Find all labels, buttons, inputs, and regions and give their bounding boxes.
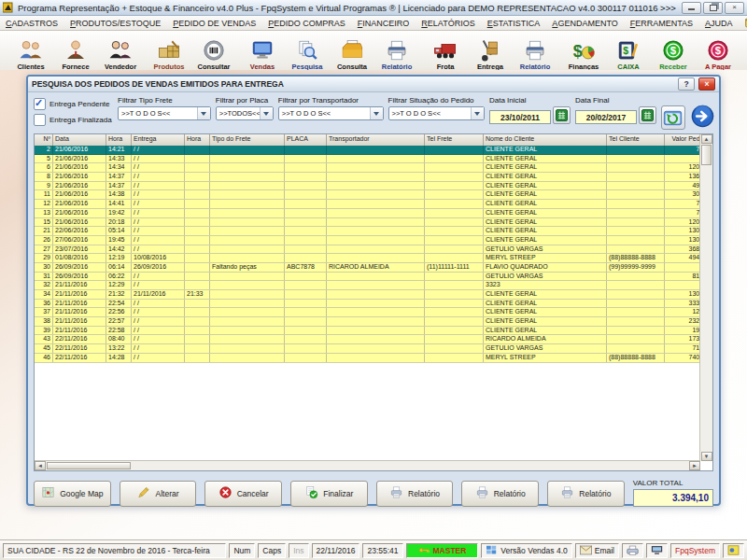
column-header[interactable]: Data <box>53 134 106 146</box>
table-row[interactable]: 2627/06/201619:45/ /CLIENTE GERAL130,00 <box>35 236 700 245</box>
toolbar-button-produtos[interactable]: Produtos <box>147 32 191 72</box>
dialog-help-button[interactable]: ? <box>678 77 695 91</box>
table-row[interactable]: 3126/09/201606:22/ /GETULIO VARGAS81,00 <box>35 273 700 282</box>
situacao-select[interactable]: >>T O D O S<< <box>388 106 485 120</box>
table-row[interactable]: 2122/06/201605:14/ /CLIENTE GERAL130,00 <box>35 227 700 236</box>
menu-item-pedido-de-vendas[interactable]: PEDIDO DE VENDAS <box>173 19 256 28</box>
table-row[interactable]: 221/06/201614:21/ /CLIENTE GERAL7,50 <box>35 146 700 155</box>
status-monitor-button[interactable] <box>646 543 668 558</box>
table-row[interactable]: 521/06/201614:33/ /CLIENTE GERAL <box>35 155 700 164</box>
toolbar-button-frota[interactable]: Frota <box>423 32 468 72</box>
menu-item-relat-rios[interactable]: RELATÓRIOS <box>421 19 474 28</box>
toolbar-button-receber[interactable]: $Receber <box>651 32 696 72</box>
dialog-close-button[interactable]: × <box>698 77 715 91</box>
table-row[interactable]: 3621/11/201622:54/ /CLIENTE GERAL333,00 <box>35 300 700 309</box>
placa-select[interactable]: >>TODOS<< <box>216 106 274 120</box>
relat-rio-button-1[interactable]: Relatório <box>376 481 454 507</box>
horizontal-scrollbar[interactable]: ◄ ► <box>35 460 700 470</box>
scroll-right-icon[interactable]: ► <box>689 461 700 470</box>
column-header[interactable]: Hora <box>185 134 210 146</box>
refresh-button[interactable] <box>661 105 685 130</box>
toolbar-button-consultar[interactable]: Consultar <box>191 32 236 72</box>
table-row[interactable]: 3421/11/201621:3221/11/201621:33CLIENTE … <box>35 290 700 300</box>
menu-item-ferramentas[interactable]: FERRAMENTAS <box>630 19 693 28</box>
minimize-button[interactable] <box>682 2 701 14</box>
data-inicial-field[interactable]: 23/10/2011 <box>489 110 551 124</box>
search-go-button[interactable] <box>690 104 715 129</box>
scroll-down-icon[interactable]: ▼ <box>701 452 712 461</box>
toolbar-button-finan-as[interactable]: $Finanças <box>561 32 606 72</box>
table-row[interactable]: 1321/06/201619:42/ /CLIENTE GERAL7,50 <box>35 209 700 218</box>
column-header[interactable]: Tel Frete <box>425 134 484 146</box>
relat-rio-button-3[interactable]: Relatório <box>547 481 625 507</box>
data-final-field[interactable]: 20/02/2017 <box>575 110 637 124</box>
menu-item-pedido-compras[interactable]: PEDIDO COMPRAS <box>268 19 345 28</box>
transportador-select[interactable]: >>T O D O S<< <box>278 106 384 120</box>
status-key-button[interactable] <box>723 543 744 558</box>
table-row[interactable]: 3026/09/201606:1426/09/2016Faltando peça… <box>35 263 700 273</box>
table-row[interactable]: 2723/07/201614:42/ /GETULIO VARGAS368,41 <box>35 245 700 255</box>
column-header[interactable]: Transportador <box>327 134 425 146</box>
toolbar-button-vendedor[interactable]: Vendedor <box>98 32 143 72</box>
finalizar-button[interactable]: Finalizar <box>290 481 368 507</box>
table-row[interactable]: 1521/06/201620:18/ /CLIENTE GERAL120,00 <box>35 218 700 228</box>
table-row[interactable]: 3821/11/201622:57/ /CLIENTE GERAL232,00 <box>35 317 700 327</box>
toolbar-button-caixa[interactable]: $CAIXA <box>606 32 651 72</box>
filter-entrega-pendente[interactable]: Entrega Pendente <box>34 98 113 110</box>
checkbox-entrega-pendente[interactable] <box>34 98 46 110</box>
toolbar-button-fornece[interactable]: Fornece <box>53 32 98 72</box>
table-row[interactable]: 4322/11/201608:40/ /RICARDO ALMEIDA173,6… <box>35 335 700 344</box>
checkbox-entrega-finalizada[interactable] <box>34 114 46 126</box>
scrollbar-thumb[interactable] <box>47 462 131 469</box>
column-header[interactable]: Tel Cliente <box>607 134 665 146</box>
menu-item-ajuda[interactable]: AJUDA <box>705 19 733 28</box>
toolbar-button-vendas[interactable]: Vendas <box>240 32 285 72</box>
column-header[interactable]: Nº <box>35 134 53 146</box>
vertical-scrollbar[interactable]: ▲ ▼ <box>699 134 712 461</box>
table-row[interactable]: 1221/06/201614:41/ /CLIENTE GERAL7,50 <box>35 200 700 209</box>
table-cell <box>607 281 665 289</box>
menu-item-cadastros[interactable]: CADASTROS <box>6 19 58 28</box>
status-email-button[interactable]: Email <box>575 543 619 558</box>
alterar-button[interactable]: Alterar <box>120 481 197 507</box>
table-row[interactable]: 3721/11/201622:56/ /CLIENTE GERAL12,00 <box>35 308 700 317</box>
table-row[interactable]: 4622/11/201614:28/ /MERYL STREEP(88)8888… <box>35 354 700 363</box>
column-header[interactable]: Entrega <box>132 134 185 146</box>
toolbar-button-relat-rio[interactable]: Relatório <box>374 32 419 72</box>
table-row[interactable]: 4522/11/201613:22/ /GETULIO VARGAS71,13 <box>35 344 700 354</box>
toolbar-button-entrega[interactable]: Entrega <box>468 32 513 72</box>
table-row[interactable]: 3921/11/201622:58/ /CLIENTE GERAL19,50 <box>35 327 700 336</box>
toolbar-button-consulta[interactable]: Consulta <box>330 32 374 72</box>
scroll-left-icon[interactable]: ◄ <box>35 461 46 470</box>
table-row[interactable]: 921/06/201614:37/ /CLIENTE GERAL49,50 <box>35 182 700 191</box>
cancelar-button[interactable]: Cancelar <box>204 481 282 507</box>
table-row[interactable]: 2901/08/201612:1910/08/2016MERYL STREEP(… <box>35 254 700 263</box>
menu-item-produtos-estoque[interactable]: PRODUTOS/ESTOQUE <box>70 19 161 28</box>
filter-entrega-finalizada[interactable]: Entrega Finalizada <box>34 114 113 126</box>
relat-rio-button-2[interactable]: Relatório <box>461 481 539 507</box>
status-printer-button[interactable] <box>622 543 643 558</box>
restore-button[interactable] <box>703 2 723 14</box>
toolbar-button-a-pagar[interactable]: $A Pagar <box>696 32 740 72</box>
close-button[interactable]: × <box>725 2 744 14</box>
scrollbar-thumb[interactable] <box>701 145 712 165</box>
column-header[interactable]: Hora <box>106 134 132 146</box>
table-row[interactable]: 1121/06/201614:38/ /CLIENTE GERAL30,00 <box>35 190 700 200</box>
data-inicial-calendar-button[interactable] <box>553 106 571 124</box>
column-header[interactable]: Nome do Cliente <box>484 134 607 146</box>
table-row[interactable]: 821/06/201614:37/ /CLIENTE GERAL136,07 <box>35 173 700 182</box>
menu-item-estatistica[interactable]: ESTATISTICA <box>487 19 541 28</box>
toolbar-button-relat-rio[interactable]: Relatório <box>513 32 557 72</box>
data-final-calendar-button[interactable] <box>639 106 656 124</box>
table-row[interactable]: 3221/11/201612:29/ /3323 <box>35 281 700 290</box>
column-header[interactable]: PLACA <box>285 134 327 146</box>
toolbar-button-pesquisa[interactable]: Pesquisa <box>285 32 330 72</box>
column-header[interactable]: Tipo do Frete <box>210 134 285 146</box>
scroll-up-icon[interactable]: ▲ <box>701 134 712 144</box>
tipo-frete-select[interactable]: >>T O D O S<< <box>118 106 211 120</box>
table-row[interactable]: 621/06/201614:34/ /CLIENTE GERAL120,00 <box>35 163 700 173</box>
menu-item-agendamento[interactable]: AGENDAMENTO <box>552 19 617 28</box>
google-map-button[interactable]: Google Map <box>34 481 111 507</box>
menu-item-financeiro[interactable]: FINANCEIRO <box>358 19 410 28</box>
toolbar-button-clientes[interactable]: Clientes <box>8 32 53 72</box>
